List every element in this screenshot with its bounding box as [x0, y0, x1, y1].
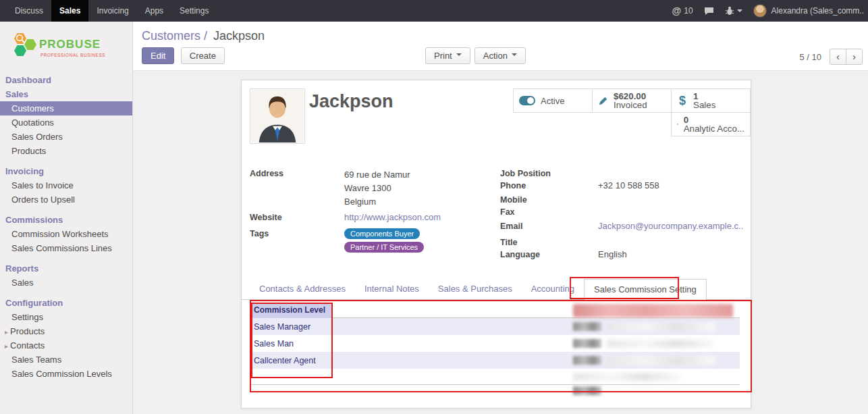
action-dropdown-button[interactable]: Action	[474, 47, 526, 64]
mentions-button[interactable]: @ 10	[672, 5, 693, 16]
bug-icon	[725, 6, 734, 16]
chevron-down-icon	[512, 53, 517, 59]
menu-sales[interactable]: Sales	[51, 0, 88, 22]
action-buttons-row: Edit Create Print Action 5 / 10 ‹ ›	[133, 47, 868, 66]
tag-partner-it-services[interactable]: Partner / IT Services	[344, 242, 424, 253]
menu-apps[interactable]: Apps	[137, 0, 171, 22]
edit-button[interactable]: Edit	[142, 47, 174, 64]
sidebar-section-dashboard[interactable]: Dashboard	[0, 73, 132, 87]
print-dropdown-button[interactable]: Print	[425, 47, 470, 64]
mentions-count: 10	[684, 6, 693, 16]
language-value: English	[598, 249, 744, 260]
commission-row-empty[interactable]	[251, 369, 740, 385]
sidebar-section-reports[interactable]: Reports	[0, 261, 132, 276]
mobile-value	[598, 195, 744, 205]
mobile-label: Mobile	[500, 195, 598, 205]
address-country: Belgium	[344, 195, 493, 209]
tab-contacts-addresses[interactable]: Contacts & Addresses	[250, 279, 355, 301]
commission-row-callcenter-agent[interactable]: Callcenter Agent	[251, 352, 740, 369]
analytic-accounts-stat-button[interactable]: 0 Analytic Acco...	[671, 112, 751, 136]
customer-avatar[interactable]	[250, 88, 305, 144]
menu-settings[interactable]: Settings	[171, 0, 217, 22]
sidebar-item-sales-orders[interactable]: Sales Orders	[0, 130, 132, 144]
sidebar-section-invoicing[interactable]: Invoicing	[0, 164, 132, 178]
invoiced-stat-button[interactable]: $620.00 Invoiced	[592, 88, 672, 113]
sidebar-item-products[interactable]: Products	[0, 144, 132, 158]
record-pager: 5 / 10 ‹ ›	[799, 49, 863, 65]
breadcrumb-customers[interactable]: Customers /	[142, 29, 207, 43]
address-field: Address 69 rue de Namur Wavre 1300 Belgi…	[250, 168, 493, 209]
commission-row-sales-manager[interactable]: Sales Manager	[251, 318, 740, 335]
email-field: Email Jackpson@yourcompany.example.c..	[500, 221, 744, 232]
phone-label: Phone	[500, 180, 598, 191]
menu-invoicing[interactable]: Invoicing	[88, 0, 136, 22]
sidebar-item-quotations[interactable]: Quotations	[0, 115, 132, 130]
sidebar-item-config-products[interactable]: ▸Products	[0, 324, 132, 338]
active-toggle-button[interactable]: Active	[513, 88, 593, 113]
user-menu[interactable]: Alexandra (Sales_comm..	[753, 4, 864, 18]
tag-components-buyer[interactable]: Components Buyer	[344, 228, 420, 239]
tab-sales-commission-setting[interactable]: Sales Commission Setting	[584, 279, 707, 301]
active-label: Active	[541, 96, 564, 106]
language-field: Language English	[500, 249, 744, 260]
sidebar-item-sales-commissions-lines[interactable]: Sales Commissions Lines	[0, 241, 132, 255]
sidebar-item-orders-to-upsell[interactable]: Orders to Upsell	[0, 192, 132, 207]
sidebar: PROBUSE PROFESSIONAL BUSINESS Dashboard …	[0, 22, 133, 414]
customer-photo	[251, 90, 304, 143]
expand-caret-icon[interactable]: ▸	[5, 342, 8, 350]
sidebar-menu: Dashboard Sales Customers Quotations Sal…	[0, 73, 132, 381]
sidebar-item-sales-commission-levels[interactable]: Sales Commission Levels	[0, 367, 132, 381]
commission-row-sales-man[interactable]: Sales Man	[251, 335, 740, 352]
sidebar-section-commissions[interactable]: Commissions	[0, 213, 132, 227]
tab-internal-notes[interactable]: Internal Notes	[355, 279, 429, 301]
expand-caret-icon[interactable]: ▸	[5, 328, 8, 336]
toggle-on-icon	[519, 96, 535, 105]
breadcrumb-current-record: Jackpson	[213, 29, 265, 43]
sidebar-item-settings[interactable]: Settings	[0, 310, 132, 324]
fields-left-column: Address 69 rue de Namur Wavre 1300 Belgi…	[250, 168, 493, 261]
company-logo[interactable]: PROBUSE PROFESSIONAL BUSINESS	[0, 22, 132, 73]
website-link[interactable]: http://www.jackpson.com	[344, 212, 441, 222]
action-label: Action	[483, 51, 508, 61]
messages-button[interactable]	[704, 7, 714, 16]
stat-row-2: 0 Analytic Acco...	[512, 113, 751, 136]
phone-value: +32 10 588 558	[598, 180, 744, 191]
redacted-cell	[607, 340, 715, 348]
sidebar-item-customers[interactable]: Customers	[0, 101, 132, 115]
tab-sales-purchases[interactable]: Sales & Purchases	[429, 279, 522, 301]
create-button[interactable]: Create	[181, 47, 225, 64]
book-icon	[677, 120, 678, 129]
redacted-cell	[573, 339, 601, 348]
sidebar-item-commission-worksheets[interactable]: Commission Worksheets	[0, 227, 132, 241]
print-label: Print	[434, 51, 452, 61]
debug-menu-button[interactable]	[725, 6, 742, 16]
commission-table-footer-row	[251, 385, 740, 396]
address-street: 69 rue de Namur	[344, 168, 493, 182]
invoiced-label: Invoiced	[614, 101, 647, 109]
redacted-header-cell	[573, 304, 733, 317]
sidebar-item-sales-to-invoice[interactable]: Sales to Invoice	[0, 178, 132, 192]
sidebar-item-sales-teams[interactable]: Sales Teams	[0, 353, 132, 367]
sales-stat-button[interactable]: $ 1 Sales	[671, 88, 751, 113]
notebook-tabs: Contacts & Addresses Internal Notes Sale…	[250, 279, 707, 301]
logo-title: PROBUSE	[39, 38, 101, 51]
title-value	[598, 237, 744, 248]
chevron-down-icon	[456, 53, 462, 59]
sidebar-section-sales[interactable]: Sales	[0, 87, 132, 101]
commission-level-cell: Sales Man	[251, 339, 573, 348]
topbar-right: @ 10 Alexandra (Sales_comm..	[672, 0, 868, 22]
tab-accounting[interactable]: Accounting	[522, 279, 584, 301]
fax-field: Fax	[500, 207, 744, 217]
menu-discuss[interactable]: Discuss	[7, 0, 51, 22]
pager-next-button[interactable]: ›	[846, 49, 863, 65]
sidebar-item-reports-sales[interactable]: Sales	[0, 276, 132, 290]
customer-fields: Address 69 rue de Namur Wavre 1300 Belgi…	[250, 168, 744, 261]
sidebar-item-label: Products	[10, 326, 45, 336]
fax-label: Fax	[500, 207, 598, 217]
email-link[interactable]: Jackpson@yourcompany.example.c..	[598, 221, 743, 231]
chevron-down-icon	[737, 9, 742, 15]
sidebar-item-label: Contacts	[10, 340, 45, 351]
pager-previous-button[interactable]: ‹	[830, 49, 846, 65]
sidebar-item-config-contacts[interactable]: ▸Contacts	[0, 338, 132, 353]
sidebar-section-configuration[interactable]: Configuration	[0, 296, 132, 310]
